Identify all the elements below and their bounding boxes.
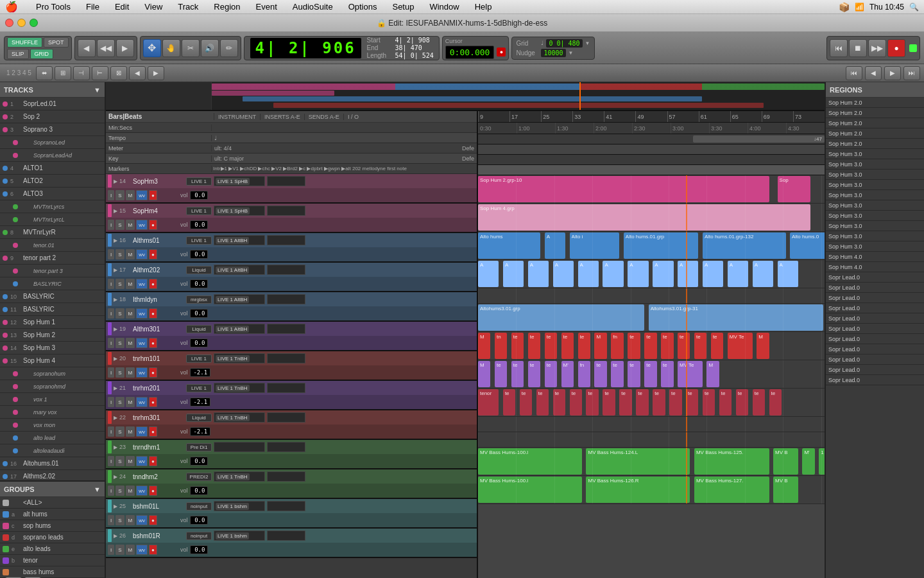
track-expand-arrow[interactable]: ▶: [114, 504, 117, 509]
track-list-item[interactable]: altoleadaudi: [0, 444, 105, 457]
waveform-region-block[interactable]: Altohums3.01.grp-31: [649, 304, 823, 331]
track-list-item[interactable]: 6ALTO3: [0, 188, 105, 200]
waveform-region-block[interactable]: te: [611, 361, 623, 387]
region-list-item[interactable]: Sopr Lead.0: [826, 272, 924, 283]
nav-right-btn[interactable]: ▶: [148, 66, 164, 80]
waveform-region-block[interactable]: te: [561, 333, 574, 359]
groups-collapse-icon[interactable]: ▼: [94, 486, 101, 493]
waveform-region-block[interactable]: A: [553, 261, 574, 287]
trimmer-tool-btn[interactable]: ✂: [182, 39, 200, 57]
waveform-track-row[interactable]: Altohums3.01.grpAltohums3.01.grp-31: [478, 304, 825, 332]
track-wv-btn[interactable]: wv: [136, 249, 148, 259]
track-list-item[interactable]: 2Sop 2: [0, 110, 105, 123]
track-S-btn[interactable]: S: [116, 545, 124, 555]
waveform-region-block[interactable]: M': [561, 361, 574, 387]
track-list-item[interactable]: alto lead: [0, 432, 105, 444]
align-btn2[interactable]: ⊢: [92, 66, 108, 80]
track-inserts-area[interactable]: LIVE 1 SpHB: [214, 206, 265, 216]
waveform-region-block[interactable]: MV Te: [678, 361, 703, 387]
waveform-region-block[interactable]: te: [661, 333, 673, 359]
track-wv-btn[interactable]: wv: [136, 308, 148, 319]
region-list-item[interactable]: Sop Hum 3.0: [826, 170, 924, 180]
group-list-item[interactable]: aalt hums: [0, 509, 105, 520]
track-inserts-area[interactable]: LIVE 1 SpHB: [214, 176, 265, 186]
track-red-btn[interactable]: ●: [149, 308, 157, 319]
track-red-btn[interactable]: ●: [149, 220, 157, 230]
track-inserts-area[interactable]: LIVE 1 bshm: [214, 501, 265, 511]
waveform-region-block[interactable]: te: [661, 361, 673, 387]
track-inserts-area[interactable]: LIVE 1 TnBH: [214, 353, 265, 363]
waveform-region-block[interactable]: MV Bass Hums-124.L: [586, 448, 690, 475]
waveform-region-block[interactable]: M: [757, 333, 769, 359]
track-list-item[interactable]: tenor.01: [0, 239, 105, 252]
track-inserts-area[interactable]: LIVE 1 TnBH: [214, 383, 265, 393]
track-list-item[interactable]: MVTnrLyrcL: [0, 213, 105, 226]
rtc-fwd-btn[interactable]: ▶: [884, 66, 901, 80]
waveform-region-block[interactable]: MV Te: [728, 333, 753, 359]
track-I-btn[interactable]: I: [108, 515, 114, 525]
region-list-item[interactable]: Sopr Lead.0: [826, 303, 924, 313]
overview-timeline[interactable]: [106, 82, 825, 111]
waveform-track-row[interactable]: Sop Hum 4.grp: [478, 204, 825, 232]
track-expand-arrow[interactable]: ▶: [114, 326, 117, 332]
region-list-item[interactable]: Sopr Lead.0: [826, 313, 924, 324]
waveform-region-block[interactable]: A: [478, 261, 499, 287]
next-btn[interactable]: ▶: [116, 39, 134, 57]
track-list-item[interactable]: MVTnrLyrcs: [0, 200, 105, 213]
track-sends-area[interactable]: [267, 501, 305, 511]
menu-edit[interactable]: Edit: [112, 1, 132, 13]
waveform-track-row[interactable]: [478, 432, 825, 448]
waveform-region-block[interactable]: A: [778, 261, 798, 287]
region-list-item[interactable]: Sop Hum 3.0: [826, 211, 924, 221]
track-list-item[interactable]: sopranohmd: [0, 380, 105, 393]
track-red-btn[interactable]: ●: [149, 338, 157, 348]
track-I-btn[interactable]: I: [108, 190, 114, 200]
track-S-btn[interactable]: S: [116, 220, 124, 230]
waveform-region-block[interactable]: MV Bass Hums-127.: [694, 477, 769, 503]
waveform-region-block[interactable]: M: [478, 333, 490, 359]
track-red-btn[interactable]: ●: [149, 397, 157, 407]
waveform-region-block[interactable]: M: [594, 333, 606, 359]
track-expand-arrow[interactable]: ▶: [114, 179, 117, 184]
track-inserts-area[interactable]: LIVE 1 TnBH: [214, 412, 265, 423]
waveform-region-block[interactable]: te: [694, 333, 706, 359]
track-inserts-area[interactable]: LIVE 1 bshm: [214, 530, 265, 541]
track-list-item[interactable]: SopranoLed: [0, 136, 105, 149]
track-list-item[interactable]: 15Sop Hum 4: [0, 355, 105, 367]
track-S-btn[interactable]: S: [116, 249, 124, 259]
waveform-region-block[interactable]: A: [578, 261, 599, 287]
track-list-item[interactable]: 1SoprLed.01: [0, 98, 105, 110]
waveform-region-block[interactable]: A: [603, 261, 623, 287]
waveform-track-row[interactable]: MtnteteteteteMfnteteteteteteMV TeM: [478, 332, 825, 360]
track-red-btn[interactable]: ●: [149, 249, 157, 259]
track-M-btn[interactable]: M: [126, 486, 135, 496]
track-inserts-area[interactable]: LIVE 1 AltBH: [214, 235, 265, 245]
track-list-item[interactable]: 13Sop Hum 2: [0, 329, 105, 342]
prev-btn[interactable]: ◀: [78, 39, 96, 57]
maximize-button[interactable]: [30, 19, 38, 27]
rtc-end-btn[interactable]: ⏭: [903, 66, 920, 80]
track-expand-arrow[interactable]: ▶: [114, 356, 117, 362]
track-wv-btn[interactable]: wv: [136, 486, 148, 496]
track-list-item[interactable]: 5ALTO2: [0, 175, 105, 188]
track-sends-area[interactable]: [267, 353, 305, 363]
track-M-btn[interactable]: M: [126, 367, 135, 378]
master-rewind-btn[interactable]: ⏮: [830, 39, 848, 57]
track-list-item[interactable]: 8MVTnrLyrR: [0, 226, 105, 239]
waveform-track-row[interactable]: Alto humsAAlto iAlto hums.01.grpAlto hum…: [478, 232, 825, 260]
track-I-btn[interactable]: I: [108, 338, 114, 348]
pencil-tool-btn[interactable]: ✏: [220, 39, 238, 57]
waveform-region-block[interactable]: te: [570, 389, 582, 416]
track-sends-area[interactable]: [267, 324, 305, 334]
region-list-item[interactable]: Sop Hum 2.0: [826, 128, 924, 139]
track-expand-arrow[interactable]: ▶: [114, 415, 117, 421]
track-list-item[interactable]: 16Altohums.01: [0, 457, 105, 470]
track-M-btn[interactable]: M: [126, 426, 135, 437]
slip-mode-btn[interactable]: SLIP: [7, 49, 29, 59]
apple-menu[interactable]: 🍎: [5, 1, 18, 13]
track-S-btn[interactable]: S: [116, 308, 124, 319]
track-sends-area[interactable]: [267, 471, 305, 482]
track-sends-area[interactable]: [267, 206, 305, 216]
region-list-item[interactable]: Sop Hum 3.0: [826, 159, 924, 170]
track-expand-arrow[interactable]: ▶: [114, 385, 117, 391]
